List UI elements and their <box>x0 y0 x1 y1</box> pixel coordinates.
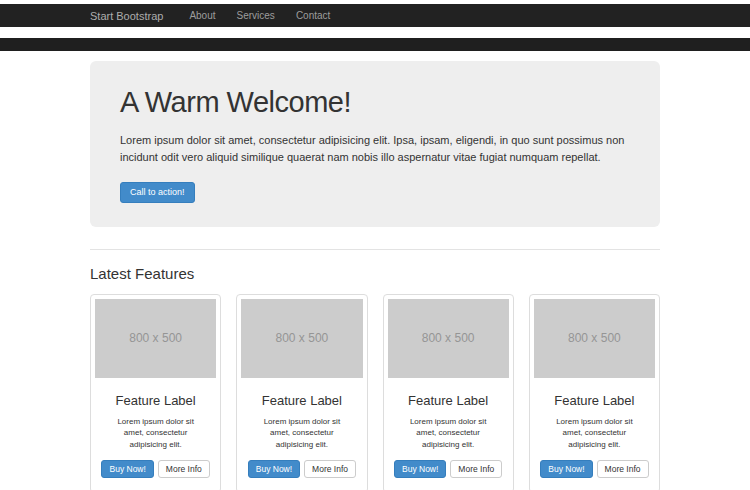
feature-card: 800 x 500 Feature Label Lorem ipsum dolo… <box>529 294 660 490</box>
feature-card-text: Lorem ipsum dolor sit amet, consectetur … <box>400 416 497 451</box>
placeholder-image: 800 x 500 <box>534 299 655 378</box>
nav-item-about[interactable]: About <box>189 10 215 21</box>
card-caption: Feature Label Lorem ipsum dolor sit amet… <box>534 378 655 488</box>
page-title: A Warm Welcome! <box>120 86 630 119</box>
buy-now-button[interactable]: Buy Now! <box>394 460 446 478</box>
welcome-text: Lorem ipsum dolor sit amet, consectetur … <box>120 132 630 166</box>
feature-cards-row: 800 x 500 Feature Label Lorem ipsum dolo… <box>90 294 660 490</box>
feature-card: 800 x 500 Feature Label Lorem ipsum dolo… <box>383 294 514 490</box>
buy-now-button[interactable]: Buy Now! <box>540 460 592 478</box>
placeholder-image: 800 x 500 <box>388 299 509 378</box>
card-buttons: Buy Now! More Info <box>392 460 505 478</box>
call-to-action-button[interactable]: Call to action! <box>120 182 195 203</box>
feature-card-text: Lorem ipsum dolor sit amet, consectetur … <box>253 416 350 451</box>
feature-card-title: Feature Label <box>245 393 358 408</box>
more-info-button[interactable]: More Info <box>597 460 649 478</box>
feature-card: 800 x 500 Feature Label Lorem ipsum dolo… <box>90 294 221 490</box>
welcome-jumbotron: A Warm Welcome! Lorem ipsum dolor sit am… <box>90 61 660 227</box>
nav-item-contact[interactable]: Contact <box>296 10 330 21</box>
placeholder-image: 800 x 500 <box>95 299 216 378</box>
card-caption: Feature Label Lorem ipsum dolor sit amet… <box>241 378 362 488</box>
feature-card-text: Lorem ipsum dolor sit amet, consectetur … <box>546 416 643 451</box>
feature-card-text: Lorem ipsum dolor sit amet, consectetur … <box>107 416 204 451</box>
buy-now-button[interactable]: Buy Now! <box>248 460 300 478</box>
more-info-button[interactable]: More Info <box>450 460 502 478</box>
navbar-brand[interactable]: Start Bootstrap <box>90 10 163 22</box>
more-info-button[interactable]: More Info <box>158 460 210 478</box>
section-divider <box>90 249 660 250</box>
feature-card-title: Feature Label <box>538 393 651 408</box>
feature-card-title: Feature Label <box>392 393 505 408</box>
card-caption: Feature Label Lorem ipsum dolor sit amet… <box>95 378 216 488</box>
card-buttons: Buy Now! More Info <box>99 460 212 478</box>
buy-now-button[interactable]: Buy Now! <box>101 460 153 478</box>
page-container: A Warm Welcome! Lorem ipsum dolor sit am… <box>90 61 660 490</box>
more-info-button[interactable]: More Info <box>304 460 356 478</box>
card-buttons: Buy Now! More Info <box>538 460 651 478</box>
feature-card-title: Feature Label <box>99 393 212 408</box>
card-caption: Feature Label Lorem ipsum dolor sit amet… <box>388 378 509 488</box>
placeholder-image: 800 x 500 <box>241 299 362 378</box>
card-buttons: Buy Now! More Info <box>245 460 358 478</box>
nav-item-services[interactable]: Services <box>237 10 275 21</box>
features-heading: Latest Features <box>90 265 660 282</box>
top-navbar: Start Bootstrap About Services Contact <box>0 4 750 27</box>
header-divider-band <box>0 38 750 51</box>
feature-card: 800 x 500 Feature Label Lorem ipsum dolo… <box>236 294 367 490</box>
